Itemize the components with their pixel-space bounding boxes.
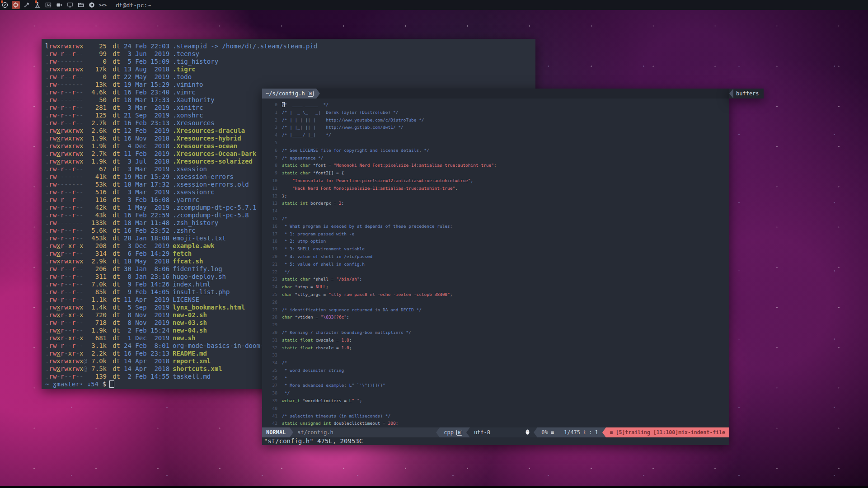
file-name: fidentify.log <box>173 265 222 273</box>
code-line: 33 <box>266 352 729 359</box>
code-line: 35 * word delimiter string <box>266 367 729 375</box>
file-date: 19 Mar 15:29 <box>124 173 169 181</box>
file-owner: dt <box>110 342 120 350</box>
git-branch-icon: ɣ <box>53 380 56 388</box>
file-size: 1.9k <box>85 327 107 334</box>
file-permissions: .rw-r--r-- <box>45 342 85 350</box>
file-owner: dt <box>110 42 120 50</box>
fish-shell-label: ><> <box>99 2 107 8</box>
file-size: 0 <box>85 73 107 81</box>
code-line: 18 * 2: utmp option <box>266 238 729 245</box>
chevron-left-icon <box>729 89 733 99</box>
line-number: 7 <box>266 155 282 162</box>
file-name: .Xresources-ocean <box>173 142 237 150</box>
file-permissions: .rwxr-xr-x <box>45 311 85 319</box>
file-size: 85k <box>85 288 107 296</box>
line-number: 27 <box>266 306 282 314</box>
file-name: example.awk <box>173 242 215 250</box>
file-size: 25 <box>85 42 107 50</box>
code-area[interactable]: 0/* ____ _____ */1/* | _ \_ _| Derek Tay… <box>262 99 729 427</box>
file-permissions: .rw-r--r-- <box>45 112 85 119</box>
file-name: org-mode-basics-in-doom-e <box>173 342 268 350</box>
fish-shell-icon[interactable]: ><> <box>99 1 107 9</box>
file-owner: dt <box>110 250 120 258</box>
code-line: 16 * What program is execed by st depend… <box>266 223 729 230</box>
file-size: 7.5k <box>85 365 107 373</box>
camera-icon[interactable] <box>55 1 63 9</box>
file-owner: dt <box>110 142 120 150</box>
code-line: 14 <box>266 207 729 215</box>
file-size: 453k <box>85 235 107 242</box>
line-number: 8 <box>266 162 282 169</box>
file-name: .Xresources-dracula <box>173 127 245 135</box>
files-icon[interactable] <box>77 1 85 9</box>
file-size: 2.7k <box>85 150 107 158</box>
code-line: 10 "Inconsolata for Powerline:pixelsize=… <box>266 177 729 185</box>
prompt-symbol: $ <box>102 380 106 388</box>
display-icon[interactable] <box>66 1 74 9</box>
file-permissions: .rwxrwxrwx@ <box>45 365 85 373</box>
line-number: 10 <box>266 177 282 185</box>
buffers-tab[interactable]: buffers <box>729 89 764 99</box>
file-permissions: .rw------- <box>45 219 85 227</box>
code-token: *vtiden = <box>295 314 321 321</box>
file-date: 3 Jul 2018 <box>124 158 169 165</box>
crosshair-icon[interactable] <box>12 1 20 9</box>
code-token: char <box>282 291 295 299</box>
code-line: 5 <box>266 139 729 147</box>
file-date: 9 Feb 14:26 <box>124 281 169 288</box>
file-owner: dt <box>110 219 120 227</box>
line-number: 36 <box>266 375 282 382</box>
tab-config-h[interactable]: ~/s/config.h H <box>262 89 316 99</box>
line-number: 13 <box>266 200 282 207</box>
code-token: static float <box>282 344 315 352</box>
file-owner: dt <box>110 96 120 104</box>
editor-window[interactable]: ~/s/config.h H 0/* ____ _____ */1/* | _ … <box>262 89 729 445</box>
file-permissions: .rwxrwxrwx <box>45 135 85 142</box>
file-name: .Xresources <box>173 119 215 127</box>
file-size: 718 <box>85 319 107 327</box>
code-token: /* | _ \_ _| Derek Taylor (DistroTube) *… <box>282 109 398 117</box>
code-line: 19 * 3: SHELL environment variable <box>266 245 729 253</box>
code-line: 6/* See LICENSE file for copyright and l… <box>266 147 729 155</box>
lint-icon: ≡ <box>610 429 613 436</box>
code-line: 37 * More advanced example: L" `'\"()[]{… <box>266 382 729 389</box>
file-date: 5 Sep 2019 <box>124 304 169 311</box>
code-token: static char <box>282 169 313 177</box>
file-owner: dt <box>110 196 120 204</box>
telegram-icon[interactable] <box>88 1 96 9</box>
picker-icon[interactable] <box>23 1 31 9</box>
line-number: 20 <box>266 253 282 261</box>
code-token: * 2: utmp option <box>282 238 326 245</box>
code-token: ; <box>347 314 349 321</box>
code-token: ; <box>494 162 497 169</box>
file-name: .Xresources-Ocean-Dark <box>173 150 256 158</box>
code-token: static int <box>282 200 310 207</box>
file-date: 16 Feb 22:59 <box>124 211 169 219</box>
file-date: 3 Dec 2019 <box>124 242 169 250</box>
file-size: 125 <box>85 112 107 119</box>
file-size: 133k <box>85 219 107 227</box>
code-token: /* | | | || | http://www.youtube.com/c/D… <box>282 117 424 124</box>
image-icon[interactable] <box>44 1 52 9</box>
statusline-filetype: cpp H <box>440 427 466 437</box>
file-date: 6 Feb 14:29 <box>124 250 169 258</box>
code-line: 27/* identification sequence returned in… <box>266 306 729 314</box>
code-line: 21 * 5: value of shell in config.h <box>266 261 729 268</box>
code-token: NULL <box>315 283 326 291</box>
file-size: 41k <box>85 173 107 181</box>
code-line: 31static float cwscale = 1.0; <box>266 337 729 344</box>
statusline: NORMAL st/config.h cpp H utf-8 0% ≡ 1/ <box>262 427 729 437</box>
line-number: 9 <box>266 169 282 177</box>
file-name: .xsession-errors <box>173 173 234 181</box>
file-date: 1 May 2019 <box>124 204 169 211</box>
file-permissions: .rw-r--r-- <box>45 73 85 81</box>
file-size: 1.9k <box>85 142 107 150</box>
code-token: static unsigned int <box>282 420 333 427</box>
code-token: ; <box>450 291 453 299</box>
file-owner: dt <box>110 181 120 188</box>
code-line: 38 */ <box>266 389 729 397</box>
code-token: static char <box>282 276 313 283</box>
code-token: /* <box>282 359 287 367</box>
code-line: 34/* <box>266 359 729 367</box>
